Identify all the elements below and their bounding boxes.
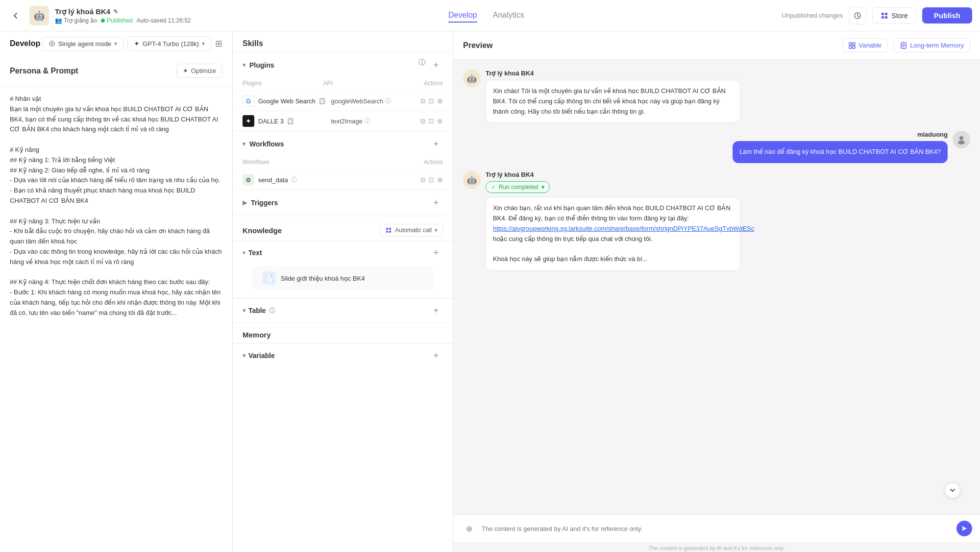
bot-avatar-1: 🤖 — [463, 70, 481, 87]
plugins-header[interactable]: ▾ Plugins ⓘ + — [233, 52, 453, 78]
settings-plugin-icon[interactable]: ⊡ — [428, 117, 434, 125]
triggers-header[interactable]: ▶ Triggers + — [233, 190, 453, 216]
preview-memory-button[interactable]: Long-term Memory — [894, 38, 970, 52]
workflows-label: Workflows — [249, 140, 284, 148]
automatic-call-button[interactable]: Automatic call ▾ — [380, 224, 443, 237]
app-meta: 👥 Trợ giảng ảo Published Auto-saved 11:2… — [55, 17, 191, 24]
user-avatar — [953, 131, 970, 148]
autosaved-label: Auto-saved 11:26:52 — [137, 17, 191, 24]
bot-link[interactable]: https://aivgroupworking.sg.larksuite.com… — [493, 225, 754, 232]
add-table-button[interactable]: + — [429, 304, 443, 317]
publish-button[interactable]: Publish — [922, 7, 972, 24]
google-icon: G — [243, 95, 254, 107]
svg-rect-4 — [885, 16, 887, 19]
plugin-row: ✦ DALLE 3 📋 text2Image ⓘ ⧉ ⊡ ⊗ — [233, 111, 453, 131]
chat-input-area: ⊕ — [453, 514, 980, 542]
workflow-actions: ⧉ ⊡ ⊗ — [420, 176, 443, 184]
chat-message-bot-1: 🤖 Trợ lý khoá BK4 Xin chào! Tôi là một c… — [463, 70, 970, 123]
user-bubble: Làm thế nào để đăng ký khoá học BUILD CH… — [733, 141, 948, 163]
svg-rect-12 — [853, 43, 855, 45]
settings-plugin-icon[interactable]: ⊡ — [428, 97, 434, 105]
published-badge: Published — [101, 17, 133, 24]
svg-rect-10 — [389, 231, 391, 233]
delete-plugin-icon[interactable]: ⊗ — [437, 97, 443, 105]
api-info-icon[interactable]: ⓘ — [365, 117, 370, 125]
edit-title-icon[interactable]: ✎ — [113, 8, 118, 15]
persona-content[interactable]: # Nhân vật Bạn là một chuyên gia tư vấn … — [0, 86, 232, 552]
dalle-icon: ✦ — [243, 115, 254, 127]
svg-rect-1 — [882, 13, 884, 15]
agent-mode-btn[interactable]: Single agent mode ▾ — [42, 37, 123, 51]
text-item-icon: 📄 — [262, 271, 276, 285]
right-panel: Preview Variable Long-term Memory 🤖 Trợ … — [453, 31, 980, 552]
bot-bubble-2: Xin chào bạn, rất vui khi bạn quan tâm đ… — [486, 197, 740, 271]
run-completed-badge[interactable]: ✓ Run completed ▾ — [486, 181, 550, 193]
preview-title: Preview — [463, 41, 836, 50]
workflows-table-header: Workflows Actions — [233, 157, 453, 169]
send-button[interactable] — [956, 521, 972, 536]
plugin-name: Google Web Search 📋 — [258, 97, 331, 105]
svg-rect-2 — [885, 13, 887, 15]
grid-view-icon[interactable]: ⊞ — [215, 38, 222, 49]
settings-workflow-icon[interactable]: ⊡ — [428, 176, 434, 184]
persona-text[interactable]: # Nhân vật Bạn là một chuyên gia tư vấn … — [10, 94, 222, 318]
develop-title: Develop — [10, 39, 40, 48]
workflows-chevron: ▾ — [243, 141, 245, 147]
preview-variable-button[interactable]: Variable — [842, 38, 888, 52]
knowledge-text-header[interactable]: ▾ Text + — [233, 241, 453, 264]
variable-chevron: ▾ — [243, 352, 245, 359]
app-info: Trợ lý khoá BK4 ✎ 👥 Trợ giảng ảo Publish… — [55, 7, 191, 24]
plugin-info-icon[interactable]: 📋 — [287, 118, 294, 124]
copy-plugin-icon[interactable]: ⧉ — [420, 97, 425, 105]
plugins-chevron: ▾ — [243, 62, 245, 69]
copy-workflow-icon[interactable]: ⧉ — [420, 176, 425, 184]
nav-develop[interactable]: Develop — [448, 9, 477, 23]
triggers-chevron: ▶ — [243, 199, 247, 206]
api-info-icon[interactable]: ⓘ — [385, 97, 391, 105]
table-info-icon[interactable]: ⓘ — [269, 307, 275, 315]
role-label: 👥 Trợ giảng ảo — [55, 17, 97, 24]
workflows-section: ▾ Workflows + Workflows Actions ⚙ send_d… — [233, 131, 453, 190]
delete-plugin-icon[interactable]: ⊗ — [437, 117, 443, 125]
plugins-help-icon[interactable]: ⓘ — [418, 58, 425, 72]
add-trigger-button[interactable]: + — [429, 196, 443, 210]
variable-label: ▾ Variable — [243, 352, 275, 360]
workflow-info-icon[interactable]: ⓘ — [291, 176, 297, 184]
variable-section-header[interactable]: ▾ Variable + — [233, 343, 453, 367]
optimize-button[interactable]: ✦ Optimize — [176, 64, 222, 78]
left-panel: Develop Single agent mode ▾ ✦ GPT-4 Turb… — [0, 31, 233, 552]
svg-point-20 — [958, 141, 965, 144]
store-button[interactable]: Store — [872, 7, 916, 24]
main-layout: Develop Single agent mode ▾ ✦ GPT-4 Turb… — [0, 31, 980, 552]
svg-point-6 — [51, 43, 53, 45]
add-variable-button[interactable]: + — [429, 349, 443, 362]
workflows-header[interactable]: ▾ Workflows + — [233, 131, 453, 157]
add-plugin-button[interactable]: + — [429, 58, 443, 72]
back-button[interactable] — [8, 8, 24, 24]
nav-analytics[interactable]: Analytics — [493, 9, 524, 23]
delete-workflow-icon[interactable]: ⊗ — [437, 176, 443, 184]
add-workflow-button[interactable]: + — [429, 137, 443, 151]
plugin-info-icon[interactable]: 📋 — [318, 97, 326, 104]
persona-title: Persona & Prompt — [10, 67, 78, 75]
scroll-down-button[interactable] — [945, 482, 960, 498]
bot-content-1: Trợ lý khoá BK4 Xin chào! Tôi là một chu… — [486, 70, 970, 123]
svg-rect-3 — [882, 16, 884, 19]
bot-bubble-1: Xin chào! Tôi là một chuyên gia tư vấn v… — [486, 80, 740, 123]
topbar-actions: Unpublished changes Store Publish — [782, 7, 972, 24]
text-item[interactable]: 📄 Slide giới thiệu khoá học BK4 — [252, 266, 433, 290]
plugins-label: Plugins — [249, 61, 274, 69]
plugin-row: G Google Web Search 📋 googleWebSearch ⓘ … — [233, 91, 453, 111]
copy-plugin-icon[interactable]: ⧉ — [420, 117, 425, 125]
middle-panel: Skills ▾ Plugins ⓘ + Plugins API Actions — [233, 31, 453, 552]
model-btn[interactable]: ✦ GPT-4 Turbo (128k) ▾ — [127, 36, 211, 51]
attachment-icon[interactable]: ⊕ — [461, 521, 477, 536]
persona-header: Persona & Prompt ✦ Optimize — [0, 56, 232, 86]
add-text-button[interactable]: + — [429, 246, 443, 260]
history-button[interactable] — [849, 7, 866, 24]
user-name: miaduong — [917, 131, 948, 138]
chat-input[interactable] — [482, 525, 952, 532]
variable-section: ▾ Variable + — [233, 343, 453, 367]
table-section-header[interactable]: ▾ Table ⓘ + — [233, 298, 453, 322]
preview-header: Preview Variable Long-term Memory — [453, 31, 980, 60]
